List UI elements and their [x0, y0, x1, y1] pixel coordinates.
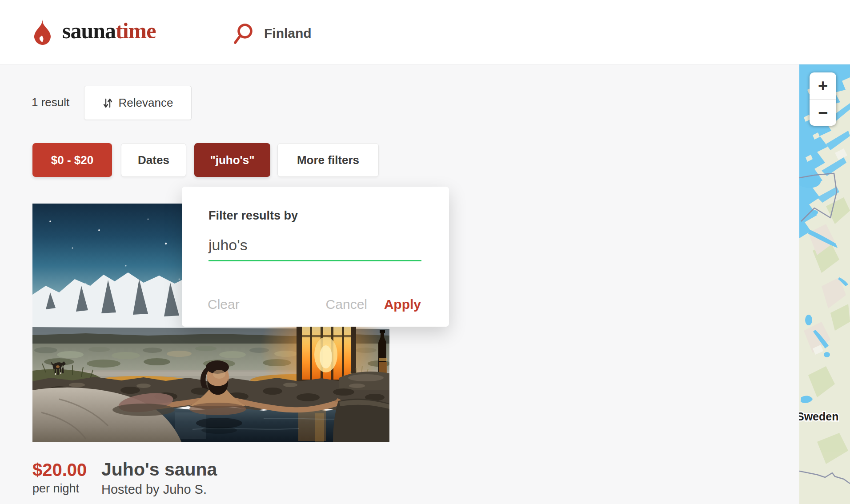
results-count: 1 result	[32, 96, 69, 108]
filter-chip-keyword[interactable]: "juho's"	[194, 143, 270, 177]
listing-host: Hosted by Juho S.	[101, 483, 207, 496]
sort-button[interactable]: Relevance	[84, 86, 192, 120]
zoom-out-button[interactable]: −	[810, 99, 836, 126]
brand-part-sauna: sauna	[62, 18, 116, 43]
filter-chip-more-filters-label: More filters	[297, 153, 359, 167]
filter-chip-more-filters[interactable]: More filters	[277, 143, 379, 177]
filter-input-value: juho's	[208, 237, 248, 252]
clear-button[interactable]: Clear	[208, 298, 240, 311]
filter-chip-price-label: $0 - $20	[51, 153, 93, 167]
filter-input[interactable]: juho's	[208, 231, 421, 261]
zoom-in-button[interactable]: +	[810, 72, 836, 99]
filter-popup-title: Filter results by	[208, 210, 298, 222]
brand-logo[interactable]: saunatime	[62, 20, 156, 42]
listing-title[interactable]: Juho's sauna	[101, 460, 217, 479]
header-divider	[202, 0, 202, 64]
filter-chip-dates-label: Dates	[138, 153, 169, 167]
sort-label: Relevance	[119, 96, 173, 110]
filter-popup: Filter results by juho's Clear Cancel Ap…	[182, 187, 449, 327]
map-tiles: Sweden	[799, 64, 850, 504]
search-icon[interactable]	[233, 22, 254, 45]
filter-chip-keyword-label: "juho's"	[210, 153, 254, 167]
search-location-value[interactable]: Finland	[264, 27, 312, 40]
apply-button[interactable]: Apply	[384, 298, 421, 311]
brand-part-time: time	[116, 18, 156, 43]
header: saunatime Finland	[0, 0, 850, 64]
cancel-button[interactable]: Cancel	[326, 298, 367, 311]
listing-price: $20.00	[32, 461, 87, 479]
saunatime-app: saunatime Finland 1 result Relevance $0 …	[0, 0, 850, 504]
flame-logo-icon[interactable]	[32, 20, 53, 45]
filter-chip-dates[interactable]: Dates	[121, 143, 186, 177]
map-label-sweden: Sweden	[799, 410, 838, 423]
listing-price-unit: per night	[32, 483, 79, 495]
filter-chip-price[interactable]: $0 - $20	[32, 143, 112, 177]
map-zoom-control: + −	[810, 72, 836, 126]
map-panel[interactable]: Sweden + −	[799, 64, 850, 504]
sort-arrows-icon	[103, 97, 113, 109]
